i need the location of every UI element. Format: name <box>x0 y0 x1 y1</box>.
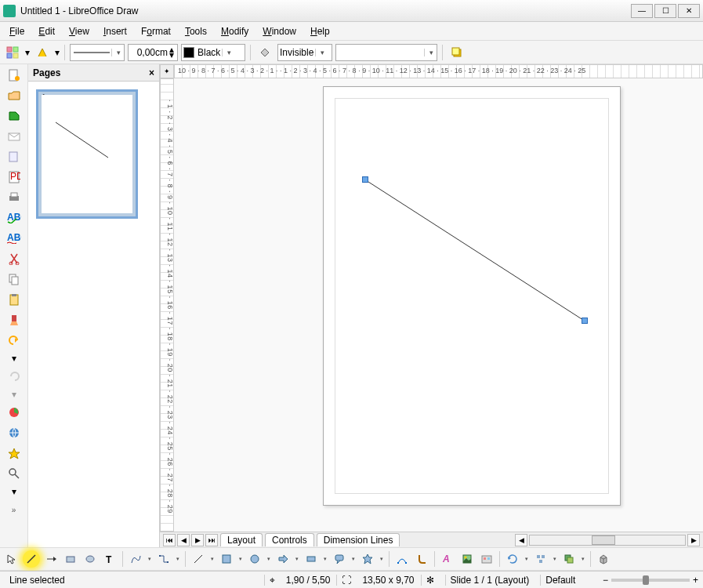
lines-arrows-tool[interactable] <box>190 550 207 568</box>
ellipse-tool[interactable] <box>82 550 99 568</box>
line-style-combo[interactable]: ▾ <box>70 44 125 61</box>
paint-bucket-icon[interactable] <box>255 43 274 62</box>
from-file-tool[interactable] <box>458 550 476 568</box>
curve-tool[interactable] <box>127 550 144 568</box>
paste-icon[interactable] <box>5 292 24 307</box>
line-width-input[interactable] <box>130 47 168 58</box>
dropdown-icon[interactable]: ▾ <box>237 556 244 562</box>
format-paintbrush-icon[interactable] <box>5 312 24 328</box>
dropdown-icon[interactable]: ▾ <box>12 486 16 497</box>
dropdown-icon[interactable]: ▾ <box>12 389 16 400</box>
dropdown-icon[interactable]: ▾ <box>350 556 357 562</box>
dropdown-icon[interactable]: ▾ <box>379 556 385 562</box>
horizontal-ruler[interactable]: 10 · 9 · 8 · 7 · 6 · 5 · 4 · 3 · 2 · 1 ·… <box>174 64 703 78</box>
tab-first-icon[interactable]: ⏮ <box>163 534 176 546</box>
connector-tool[interactable] <box>155 550 172 568</box>
symbol-shapes-tool[interactable] <box>246 550 263 568</box>
zoom-slider[interactable] <box>611 579 690 582</box>
hscroll-thumb[interactable] <box>592 535 615 545</box>
page-thumbnail[interactable]: 1 <box>36 89 138 219</box>
line-color-combo[interactable]: Black ▾ <box>181 44 245 61</box>
arrange-tool[interactable] <box>560 550 578 568</box>
dropdown-icon[interactable]: ▾ <box>25 47 30 58</box>
close-panel-icon[interactable]: × <box>149 67 154 78</box>
tab-controls[interactable]: Controls <box>265 533 314 546</box>
dropdown-icon[interactable]: ▾ <box>580 556 586 562</box>
drawing-canvas[interactable] <box>174 78 703 532</box>
tab-last-icon[interactable]: ⏭ <box>205 534 218 546</box>
menu-edit[interactable]: Edit <box>32 24 61 39</box>
dropdown-icon[interactable]: ▾ <box>147 556 153 562</box>
selection-handle-end[interactable] <box>582 318 588 324</box>
open-icon[interactable] <box>5 88 24 103</box>
spellcheck-icon[interactable]: ABC <box>5 210 24 226</box>
line-tool[interactable] <box>23 550 40 568</box>
minimize-button[interactable]: — <box>631 4 653 18</box>
zoom-out-icon[interactable]: − <box>603 575 608 586</box>
dropdown-icon[interactable]: ▾ <box>322 556 328 562</box>
dropdown-icon[interactable]: ▾ <box>12 353 16 364</box>
dropdown-icon[interactable]: ▾ <box>552 556 558 562</box>
stars-tool[interactable] <box>359 550 376 568</box>
select-tool[interactable] <box>3 550 20 568</box>
zoom-icon[interactable] <box>5 466 24 481</box>
line-object[interactable] <box>362 176 589 325</box>
auto-spellcheck-icon[interactable]: ABC <box>5 230 24 246</box>
tab-prev-icon[interactable]: ◀ <box>177 534 190 546</box>
print-icon[interactable] <box>5 190 24 205</box>
menu-help[interactable]: Help <box>304 24 336 39</box>
dropdown-icon[interactable]: ▾ <box>55 47 60 58</box>
dropdown-icon[interactable]: ▾ <box>209 556 216 562</box>
highlight-icon[interactable] <box>33 43 52 62</box>
tab-dimension-lines[interactable]: Dimension Lines <box>317 533 400 546</box>
dropdown-icon[interactable]: ▾ <box>294 556 300 562</box>
ruler-corner[interactable]: ✦ <box>160 64 174 78</box>
rectangle-tool[interactable] <box>62 550 79 568</box>
email-icon[interactable] <box>5 129 24 144</box>
undo-icon[interactable] <box>5 332 24 348</box>
menu-tools[interactable]: Tools <box>179 24 213 39</box>
menu-file[interactable]: File <box>3 24 31 39</box>
maximize-button[interactable]: ☐ <box>654 4 676 18</box>
pdf-icon[interactable]: PDF <box>5 169 24 185</box>
dropdown-icon[interactable]: ▾ <box>266 556 272 562</box>
area-color-combo[interactable]: ▾ <box>335 44 437 61</box>
menu-insert[interactable]: Insert <box>97 24 133 39</box>
arrow-end-tool[interactable] <box>42 550 60 568</box>
navigator-icon[interactable] <box>5 445 24 461</box>
basic-shapes-tool[interactable] <box>218 550 235 568</box>
text-tool[interactable]: T <box>101 550 118 568</box>
vertical-ruler[interactable]: · 1 · 2 · 3 · 4 · 5 · 6 · 7 · 8 · 9 · 10… <box>160 78 174 532</box>
chart-icon[interactable] <box>5 405 24 420</box>
flowchart-tool[interactable] <box>303 550 320 568</box>
hscroll-track[interactable] <box>529 535 686 546</box>
block-arrows-tool[interactable] <box>274 550 292 568</box>
alignment-tool[interactable] <box>532 550 549 568</box>
menu-format[interactable]: Format <box>135 24 177 39</box>
copy-icon[interactable] <box>5 271 24 287</box>
extrusion-tool[interactable] <box>595 550 612 568</box>
more-icon[interactable]: » <box>5 502 24 517</box>
save-icon[interactable] <box>5 108 24 124</box>
glue-points-tool[interactable] <box>413 550 430 568</box>
shadow-icon[interactable] <box>448 43 466 62</box>
cut-icon[interactable] <box>5 251 24 267</box>
zoom-in-icon[interactable]: + <box>693 575 698 586</box>
callout-tool[interactable] <box>331 550 348 568</box>
selection-handle-start[interactable] <box>362 176 368 183</box>
fontwork-tool[interactable]: A <box>439 550 456 568</box>
gallery-tool[interactable] <box>478 550 495 568</box>
edit-points-tool[interactable] <box>393 550 411 568</box>
tab-layout[interactable]: Layout <box>220 533 263 546</box>
menu-window[interactable]: Window <box>256 24 303 39</box>
zoom-thumb[interactable] <box>643 575 649 585</box>
hyperlink-icon[interactable] <box>5 425 24 441</box>
menu-view[interactable]: View <box>63 24 96 39</box>
line-width-field[interactable]: ▴▾ <box>128 44 178 61</box>
menu-modify[interactable]: Modify <box>215 24 255 39</box>
close-button[interactable]: ✕ <box>678 4 700 18</box>
dropdown-icon[interactable]: ▾ <box>524 556 530 562</box>
tab-next-icon[interactable]: ▶ <box>191 534 204 546</box>
area-fill-combo[interactable]: Invisible ▾ <box>277 44 332 61</box>
edit-file-icon[interactable] <box>5 149 24 165</box>
